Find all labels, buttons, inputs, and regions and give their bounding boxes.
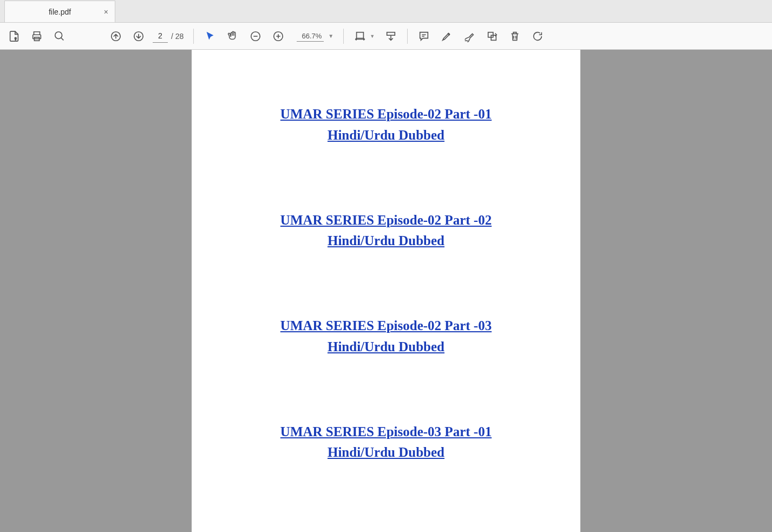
save-button[interactable]: [3, 25, 25, 47]
document-link[interactable]: UMAR SERIES Episode-03 Part -02Hindi/Urd…: [280, 527, 492, 532]
document-link[interactable]: UMAR SERIES Episode-02 Part -03Hindi/Urd…: [280, 316, 492, 358]
next-page-button[interactable]: [128, 25, 149, 47]
svg-rect-10: [387, 32, 395, 35]
read-mode-button[interactable]: [380, 25, 402, 47]
draw-button[interactable]: [459, 25, 480, 47]
divider: [407, 29, 408, 44]
zoom-level[interactable]: 66.7%: [297, 31, 324, 42]
comment-button[interactable]: [413, 25, 435, 47]
tab[interactable]: file.pdf ×: [4, 1, 115, 22]
zoom-in-button[interactable]: [267, 25, 289, 47]
tab-bar: file.pdf ×: [0, 0, 772, 23]
document-link[interactable]: UMAR SERIES Episode-03 Part -01Hindi/Urd…: [280, 422, 492, 464]
zoom-out-button[interactable]: [245, 25, 266, 47]
page-total: / 28: [171, 32, 184, 41]
document-link[interactable]: UMAR SERIES Episode-02 Part -02Hindi/Urd…: [280, 210, 492, 252]
search-button[interactable]: [49, 25, 70, 47]
toolbar: / 28 66.7% ▼ ▼: [0, 23, 772, 50]
fit-width-button[interactable]: [349, 25, 371, 47]
page-number-input[interactable]: [153, 30, 168, 43]
shapes-button[interactable]: [481, 25, 503, 47]
document-viewport[interactable]: UMAR SERIES Episode-02 Part -01Hindi/Urd…: [0, 50, 772, 532]
zoom-dropdown-icon[interactable]: ▼: [328, 33, 333, 39]
chevron-down-icon[interactable]: ▼: [370, 34, 375, 39]
svg-rect-9: [357, 32, 364, 38]
close-icon[interactable]: ×: [104, 8, 108, 16]
hand-tool-button[interactable]: [222, 25, 244, 47]
select-tool-button[interactable]: [199, 25, 221, 47]
divider: [193, 29, 194, 44]
print-button[interactable]: [26, 25, 48, 47]
document-link[interactable]: UMAR SERIES Episode-02 Part -01Hindi/Urd…: [280, 104, 492, 146]
divider: [343, 29, 344, 44]
svg-rect-11: [488, 32, 493, 37]
pdf-page: UMAR SERIES Episode-02 Part -01Hindi/Urd…: [192, 50, 580, 532]
delete-button[interactable]: [504, 25, 526, 47]
svg-point-4: [55, 31, 62, 38]
svg-rect-1: [15, 39, 16, 41]
tab-title: file.pdf: [49, 8, 71, 16]
rotate-button[interactable]: [527, 25, 548, 47]
highlight-button[interactable]: [436, 25, 457, 47]
prev-page-button[interactable]: [105, 25, 127, 47]
